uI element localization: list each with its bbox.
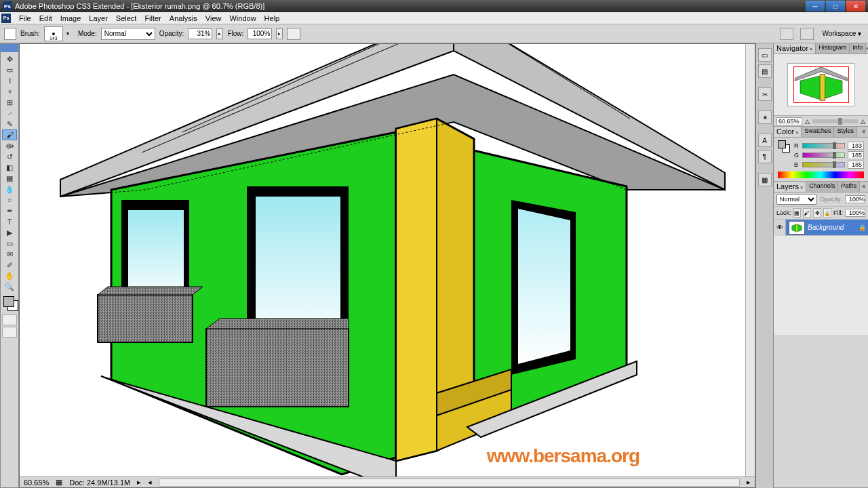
brush-tool[interactable]: 🖌 — [2, 129, 17, 140]
r-input[interactable] — [848, 142, 864, 150]
magic-wand-tool[interactable]: ✧ — [2, 86, 17, 97]
lasso-tool[interactable]: ⌇ — [2, 75, 17, 86]
layer-opacity-input[interactable] — [845, 195, 865, 203]
slice-tool[interactable]: ⟋ — [2, 108, 17, 119]
path-select-tool[interactable]: ▶ — [2, 227, 17, 238]
blur-tool[interactable]: 💧 — [2, 184, 17, 195]
menu-select[interactable]: Select — [112, 13, 141, 24]
lock-all-button[interactable]: 🔒 — [823, 208, 831, 218]
navigator-zoom-slider[interactable] — [812, 119, 858, 123]
menu-file[interactable]: File — [15, 13, 35, 24]
lock-transparency-button[interactable]: ▦ — [793, 208, 802, 218]
document-canvas[interactable]: www.bersama.org 60.65% ▦ Doc: 24.9M/13.1… — [19, 43, 755, 488]
layer-thumbnail[interactable] — [789, 221, 805, 235]
navigator-zoom-input[interactable] — [776, 117, 802, 125]
zoom-in-icon[interactable]: △ — [861, 118, 865, 125]
strip-button-2[interactable]: ▤ — [758, 64, 772, 78]
strip-button-1[interactable]: ▭ — [758, 48, 772, 62]
lock-pixels-button[interactable]: 🖌 — [803, 208, 811, 218]
color-panel-fgbg[interactable] — [778, 140, 791, 154]
menu-app-icon[interactable]: Ps — [1, 14, 11, 23]
eraser-tool[interactable]: ◧ — [2, 162, 17, 173]
layer-blend-select[interactable]: Normal — [776, 194, 817, 205]
type-tool[interactable]: T — [2, 216, 17, 227]
layer-item-background[interactable]: 👁 Background 🔒 — [774, 220, 868, 236]
strip-button-6[interactable]: ¶ — [758, 150, 772, 163]
tab-info[interactable]: Info — [850, 43, 866, 54]
toolbox-header[interactable] — [1, 44, 18, 52]
g-slider[interactable] — [802, 152, 845, 158]
tab-color[interactable]: Color× — [774, 127, 802, 137]
healing-brush-tool[interactable]: ✎ — [2, 119, 17, 129]
r-slider[interactable] — [802, 143, 845, 148]
color-picker-widget[interactable] — [2, 295, 17, 314]
menu-analysis[interactable]: Analysis — [165, 13, 201, 24]
brush-preset-picker[interactable]: • 143 — [44, 26, 63, 41]
layer-name[interactable]: Background — [808, 224, 859, 231]
crop-tool[interactable]: ⊞ — [2, 97, 17, 108]
flow-arrow[interactable]: ▸ — [276, 28, 283, 39]
marquee-tool[interactable]: ▭ — [2, 64, 17, 75]
tab-layers[interactable]: Layers× — [774, 182, 806, 192]
window-close-button[interactable]: ✕ — [846, 1, 865, 12]
go-to-bridge-button[interactable] — [780, 28, 793, 40]
tool-preset-picker[interactable] — [4, 28, 16, 40]
clone-stamp-tool[interactable]: ⟴ — [2, 140, 17, 151]
history-brush-tool[interactable]: ↺ — [2, 151, 17, 162]
foreground-color-swatch[interactable] — [3, 296, 14, 307]
tab-histogram[interactable]: Histogram — [816, 43, 850, 54]
strip-button-4[interactable]: ✶ — [758, 110, 772, 124]
canvas-vertical-scrollbar[interactable] — [745, 44, 755, 476]
status-doc-size[interactable]: Doc: 24.9M/13.1M — [69, 479, 130, 487]
menu-layer[interactable]: Layer — [85, 13, 112, 24]
opacity-arrow[interactable]: ▸ — [216, 28, 223, 39]
layers-menu-icon[interactable]: ≡ — [860, 182, 868, 192]
opacity-input[interactable] — [188, 28, 212, 39]
workspace-menu[interactable]: Workspace ▾ — [819, 28, 864, 39]
layer-visibility-toggle[interactable]: 👁 — [774, 220, 786, 236]
status-icon[interactable]: ▦ — [56, 478, 62, 487]
screen-mode-button[interactable] — [2, 327, 17, 338]
pen-tool[interactable]: ✒ — [2, 205, 17, 216]
g-input[interactable] — [848, 151, 864, 159]
shape-tool[interactable]: ▭ — [2, 238, 17, 249]
gradient-tool[interactable]: ▦ — [2, 173, 17, 184]
b-slider[interactable] — [802, 162, 845, 167]
blend-mode-select[interactable]: Normal — [101, 28, 155, 40]
eyedropper-tool[interactable]: ✐ — [2, 260, 17, 270]
menu-help[interactable]: Help — [260, 13, 284, 24]
canvas-horizontal-scrollbar[interactable] — [159, 479, 740, 487]
color-menu-icon[interactable]: ≡ — [860, 127, 868, 137]
menu-image[interactable]: Image — [56, 13, 85, 24]
layer-fill-input[interactable] — [845, 209, 865, 217]
status-zoom[interactable]: 60.65% — [24, 479, 49, 487]
tab-styles[interactable]: Styles — [834, 127, 857, 137]
strip-button-7[interactable]: ▦ — [758, 173, 772, 186]
zoom-tool[interactable]: 🔍 — [2, 281, 17, 292]
window-minimize-button[interactable]: ─ — [806, 1, 825, 12]
zoom-out-icon[interactable]: △ — [805, 118, 810, 125]
navigator-thumbnail[interactable] — [787, 63, 855, 106]
move-tool[interactable]: ✥ — [2, 54, 17, 64]
menu-view[interactable]: View — [201, 13, 226, 24]
notes-tool[interactable]: ✉ — [2, 249, 17, 260]
quick-mask-button[interactable] — [2, 314, 17, 325]
menu-filter[interactable]: Filter — [140, 13, 165, 24]
b-input[interactable] — [848, 161, 864, 169]
palette-button[interactable] — [800, 28, 814, 40]
lock-position-button[interactable]: ✥ — [813, 208, 821, 218]
layer-list[interactable]: 👁 Background 🔒 — [774, 220, 868, 335]
color-ramp[interactable] — [778, 171, 864, 178]
hand-tool[interactable]: ✋ — [2, 270, 17, 281]
window-maximize-button[interactable]: □ — [826, 1, 845, 12]
tab-channels[interactable]: Channels — [806, 182, 838, 192]
tab-swatches[interactable]: Swatches — [802, 127, 834, 137]
strip-button-3[interactable]: ✂ — [758, 87, 772, 101]
tab-navigator[interactable]: Navigator× — [774, 43, 816, 54]
airbrush-toggle[interactable] — [287, 28, 300, 40]
dodge-tool[interactable]: ○ — [2, 195, 17, 205]
menu-window[interactable]: Window — [225, 13, 260, 24]
tab-paths[interactable]: Paths — [838, 182, 860, 192]
menu-edit[interactable]: Edit — [35, 13, 56, 24]
flow-input[interactable] — [248, 28, 272, 39]
